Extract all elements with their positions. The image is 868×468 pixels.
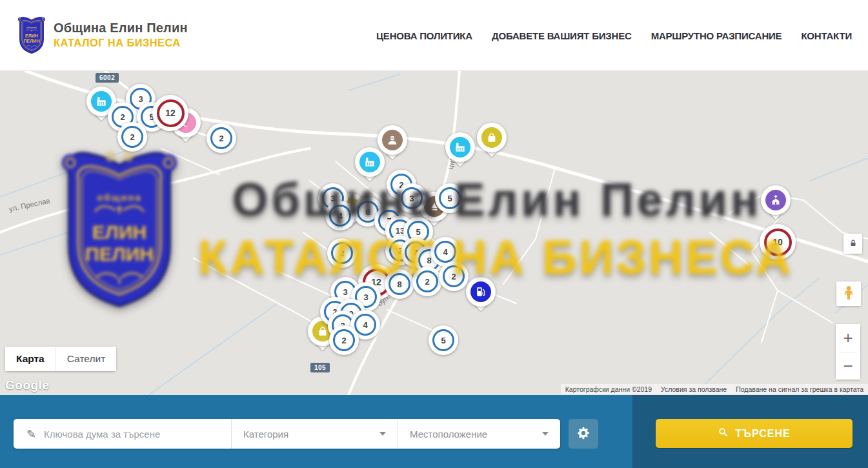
cluster-count: 3 (363, 292, 368, 302)
search-icon (718, 427, 729, 440)
municipality-crest-icon: община ЕЛИН ПЕЛИН (16, 14, 47, 56)
nav-item[interactable]: МАРШРУТНО РАЗПИСАНИЕ (651, 30, 782, 41)
gear-icon (576, 426, 590, 442)
chevron-down-icon (379, 432, 386, 436)
map-cluster-marker[interactable]: 3 (397, 183, 427, 213)
map-cluster-marker[interactable]: 2 (412, 267, 442, 296)
bag-icon (481, 127, 502, 148)
map-pin-factory[interactable] (445, 132, 475, 162)
fuel-icon (470, 281, 491, 302)
map-cluster-marker[interactable]: 5 (429, 325, 458, 355)
attribution-terms-link[interactable]: Условия за ползване (656, 384, 731, 394)
cluster-count: 2 (219, 134, 223, 143)
map-cluster-marker[interactable]: 8 (385, 269, 414, 299)
svg-text:ЕЛИН: ЕЛИН (25, 34, 38, 39)
cluster-count: 4 (338, 211, 342, 221)
location-select[interactable]: Местоположение (398, 419, 560, 449)
church-icon (765, 190, 786, 210)
zoom-in-button[interactable]: + (836, 324, 860, 352)
cluster-count: 4 (443, 247, 447, 257)
chevron-down-icon (542, 432, 549, 436)
cluster-count: 4 (363, 320, 367, 330)
cluster-count: 5 (441, 336, 445, 345)
cluster-count: 2 (130, 132, 134, 142)
main-nav: ЦЕНОВА ПОЛИТИКАДОБАВЕТЕ ВАШИЯТ БИЗНЕСМАР… (376, 0, 852, 71)
road-shield: 105 (310, 363, 330, 372)
pegman-icon (841, 285, 856, 303)
nav-item[interactable]: КОНТАКТИ (801, 30, 852, 41)
site-title: Община Елин Пелин (54, 21, 188, 36)
cluster-count: 2 (341, 336, 346, 345)
search-bar: ТЪРСЕНЕ ✎ Категория Местоположение (0, 395, 868, 468)
search-submit-panel: ТЪРСЕНЕ (632, 395, 868, 468)
map-cluster-marker[interactable]: 4 (325, 201, 355, 230)
search-button-label: ТЪРСЕНЕ (735, 428, 790, 440)
map-cluster-marker[interactable]: 10 (760, 224, 796, 260)
cluster-count: 3 (343, 287, 347, 297)
streetview-pegman-button[interactable] (836, 281, 861, 306)
map-cluster-marker[interactable]: 5 (435, 183, 465, 213)
svg-text:община: община (26, 26, 37, 29)
cluster-count: 3 (138, 94, 143, 104)
cluster-count: 2 (451, 272, 456, 281)
map-cluster-marker[interactable]: 2 (329, 325, 359, 355)
search-fields-group: ✎ Категория Местоположение (14, 419, 560, 449)
search-button[interactable]: ТЪРСЕНЕ (656, 419, 853, 448)
maptype-control: Карта Сателит (5, 347, 116, 371)
maptype-satellite-button[interactable]: Сателит (56, 347, 116, 371)
brand-logo-link[interactable]: община ЕЛИН ПЕЛИН Община Елин Пелин КАТА… (16, 14, 188, 56)
road-shield: 6002 (96, 73, 119, 83)
location-select-label: Местоположение (410, 429, 487, 440)
keyword-input[interactable] (44, 429, 231, 440)
map-pin-factory[interactable] (355, 147, 385, 177)
map-attribution: Картографски данни ©2019 Условия за полз… (561, 384, 868, 394)
factory-icon (450, 137, 470, 158)
nav-item[interactable]: ДОБАВЕТЕ ВАШИЯТ БИЗНЕС (492, 30, 632, 41)
map-cluster-marker[interactable]: 2 (207, 123, 236, 153)
map-cluster-marker[interactable]: 12 (152, 95, 188, 131)
map-cluster-marker[interactable]: 2 (327, 238, 357, 268)
svg-text:ПЕЛИН: ПЕЛИН (23, 39, 39, 44)
cluster-count: 3 (409, 194, 414, 203)
attribution-report-link[interactable]: Подаване на сигнал за грешка в картата (731, 384, 868, 394)
cluster-count: 12 (165, 108, 176, 118)
cluster-count: 6 (365, 207, 370, 217)
worker-icon (382, 130, 403, 150)
factory-icon (359, 152, 380, 172)
maptype-map-button[interactable]: Карта (5, 347, 56, 371)
map-pin-fuel[interactable] (466, 277, 496, 307)
cluster-count: 8 (397, 280, 401, 289)
category-select[interactable]: Категория (231, 419, 398, 449)
cluster-count: 2 (339, 249, 344, 258)
cluster-count: 10 (772, 237, 783, 247)
map-canvas[interactable]: Карта Сателит Google Картографски данни … (0, 71, 868, 395)
map-pin-church[interactable] (761, 185, 791, 215)
map-pin-bag[interactable] (477, 123, 507, 152)
zoom-control: + − (836, 324, 860, 380)
map-cluster-marker[interactable]: 2 (117, 122, 147, 152)
factory-icon (91, 91, 112, 112)
map-cluster-marker[interactable]: 2 (439, 261, 469, 291)
zoom-out-button[interactable]: − (836, 352, 860, 380)
lock-icon (849, 238, 858, 250)
category-select-label: Категория (243, 429, 288, 440)
cluster-count: 2 (120, 112, 125, 122)
keyword-field-wrap: ✎ (14, 419, 231, 449)
fullscreen-lock-button[interactable] (843, 234, 862, 254)
advanced-settings-button[interactable] (569, 419, 598, 449)
google-logo[interactable]: Google (5, 378, 49, 392)
site-subtitle: КАТАЛОГ НА БИЗНЕСА (54, 37, 188, 49)
cluster-count: 2 (425, 277, 429, 287)
cluster-count: 5 (447, 194, 452, 203)
pencil-icon: ✎ (26, 427, 36, 441)
attribution-data: Картографски данни ©2019 (561, 384, 656, 394)
nav-item[interactable]: ЦЕНОВА ПОЛИТИКА (376, 30, 472, 41)
site-header: община ЕЛИН ПЕЛИН Община Елин Пелин КАТА… (0, 0, 868, 71)
cluster-count: 5 (416, 227, 420, 237)
